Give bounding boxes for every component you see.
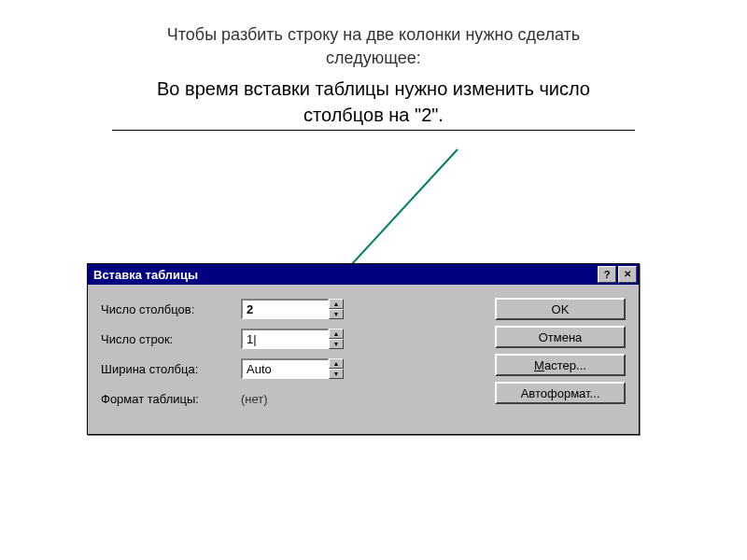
rows-input[interactable]: 1|: [241, 329, 329, 349]
format-label: Формат таблицы:: [101, 392, 241, 406]
close-icon: ✕: [624, 270, 631, 279]
dialog-title: Вставка таблицы: [93, 268, 596, 282]
rows-spin-up[interactable]: ▲: [329, 329, 344, 339]
chevron-up-icon: ▲: [333, 301, 340, 307]
chevron-up-icon: ▲: [333, 330, 340, 337]
wizard-label: Мастер...: [534, 358, 586, 372]
heading-line1: Чтобы разбить строку на две колонки нужн…: [167, 25, 580, 44]
ok-button[interactable]: OK: [495, 298, 626, 320]
width-spinner[interactable]: Auto ▲ ▼: [241, 358, 344, 379]
insert-table-dialog: Вставка таблицы ? ✕ Число столбцов: 2 ▲ …: [87, 263, 640, 435]
cancel-label: Отмена: [539, 330, 583, 344]
columns-spinner[interactable]: 2 ▲ ▼: [241, 299, 344, 319]
autoformat-label: Автоформат...: [521, 386, 600, 400]
width-spin-up[interactable]: ▲: [329, 358, 344, 369]
columns-spin-up[interactable]: ▲: [329, 299, 344, 309]
columns-spin-buttons: ▲ ▼: [329, 299, 344, 319]
width-label: Ширина столбца:: [101, 362, 241, 376]
width-spin-down[interactable]: ▼: [329, 369, 344, 379]
slide-subheading: Во время вставки таблицы нужно изменить …: [0, 76, 747, 128]
cancel-button[interactable]: Отмена: [495, 326, 626, 348]
button-column: OK Отмена Мастер... Автоформат...: [495, 298, 626, 404]
columns-input[interactable]: 2: [241, 299, 329, 319]
help-button[interactable]: ?: [598, 266, 616, 283]
help-icon: ?: [604, 270, 611, 280]
chevron-up-icon: ▲: [333, 360, 340, 367]
chevron-down-icon: ▼: [333, 311, 340, 317]
slide-heading: Чтобы разбить строку на две колонки нужн…: [0, 23, 747, 70]
titlebar[interactable]: Вставка таблицы ? ✕: [88, 264, 639, 285]
chevron-down-icon: ▼: [333, 341, 340, 347]
heading-line2: следующее:: [326, 49, 421, 67]
rows-spinner[interactable]: 1| ▲ ▼: [241, 329, 344, 349]
wizard-button[interactable]: Мастер...: [495, 354, 626, 376]
chevron-down-icon: ▼: [333, 371, 340, 377]
format-value: (нет): [241, 392, 268, 406]
rows-spin-buttons: ▲ ▼: [329, 329, 344, 349]
autoformat-button[interactable]: Автоформат...: [495, 382, 626, 404]
dialog-body: Число столбцов: 2 ▲ ▼ Число строк: 1| ▲ …: [88, 285, 639, 434]
sub-line1: Во время вставки таблицы нужно изменить …: [157, 78, 590, 99]
close-button[interactable]: ✕: [618, 266, 637, 283]
width-spin-buttons: ▲ ▼: [329, 358, 344, 379]
rows-label: Число строк:: [101, 332, 241, 346]
rows-spin-down[interactable]: ▼: [329, 339, 344, 349]
columns-label: Число столбцов:: [101, 302, 241, 316]
ok-label: OK: [552, 302, 570, 316]
width-input[interactable]: Auto: [241, 358, 329, 379]
sub-line2: столбцов на "2".: [303, 105, 444, 125]
columns-spin-down[interactable]: ▼: [329, 309, 344, 319]
underline-bar: [112, 130, 635, 131]
